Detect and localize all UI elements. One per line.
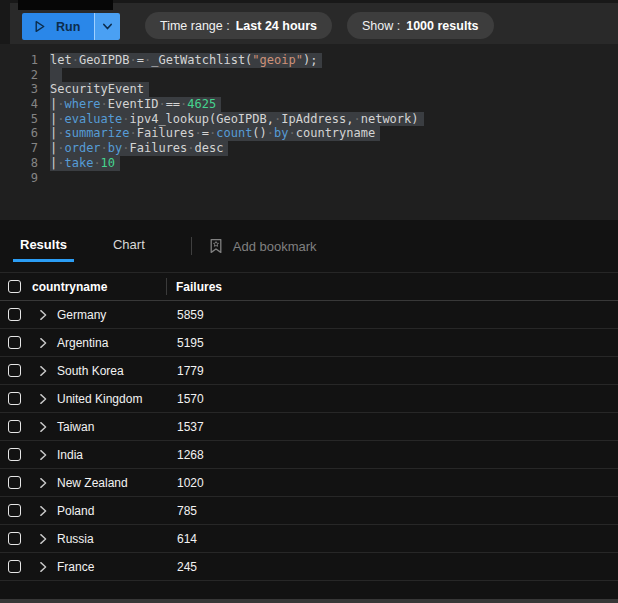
code-token: order (64, 141, 100, 155)
table-row[interactable]: India1268 (0, 441, 618, 469)
table-row[interactable]: Taiwan1537 (0, 413, 618, 441)
whitespace-dot: · (158, 97, 165, 111)
code-text: |·order·by·Failures·desc (50, 141, 228, 156)
code-line-3: 3SecurityEvent (0, 82, 618, 97)
code-token: _GetWatchlist( (151, 53, 252, 67)
column-divider[interactable] (166, 278, 167, 295)
code-token: SecurityEvent (50, 82, 144, 96)
row-checkbox[interactable] (8, 336, 21, 349)
cell-countryname: New Zealand (57, 476, 177, 490)
cell-countryname: Germany (57, 308, 177, 322)
table-row[interactable]: New Zealand1020 (0, 469, 618, 497)
whitespace-dot: · (72, 53, 79, 67)
row-expand-chevron[interactable] (36, 504, 50, 518)
code-text: SecurityEvent (50, 82, 149, 97)
row-expand-chevron[interactable] (36, 336, 50, 350)
cell-countryname: South Korea (57, 364, 177, 378)
row-checkbox[interactable] (8, 448, 21, 461)
selection-highlight (50, 68, 62, 83)
chevron-right-icon (36, 504, 50, 518)
add-bookmark-button[interactable]: Add bookmark (208, 238, 317, 254)
tab-divider (191, 237, 192, 255)
whitespace-dot: · (122, 141, 129, 155)
row-checkbox[interactable] (8, 476, 21, 489)
chevron-right-icon (36, 532, 50, 546)
tab-results[interactable]: Results (20, 231, 67, 262)
row-checkbox[interactable] (8, 420, 21, 433)
run-dropdown-button[interactable] (95, 13, 120, 40)
code-text (50, 68, 62, 83)
row-expand-chevron[interactable] (36, 560, 50, 574)
bottom-bar (0, 599, 618, 603)
code-token: where (64, 97, 100, 111)
whitespace-dot: · (130, 53, 137, 67)
code-token: count (216, 126, 252, 140)
table-row[interactable]: Russia614 (0, 525, 618, 553)
code-token: = (202, 126, 209, 140)
cell-countryname: Argentina (57, 336, 177, 350)
run-button[interactable]: Run (22, 13, 120, 40)
query-editor[interactable]: 1let·GeoIPDB·=·_GetWatchlist("geoip");2 … (0, 44, 618, 220)
code-token: evaluate (64, 112, 122, 126)
row-expand-chevron[interactable] (36, 476, 50, 490)
chevron-right-icon (36, 392, 50, 406)
line-number: 8 (0, 156, 38, 171)
selection-highlight: |·where·EventID·==·4625 (50, 97, 221, 112)
cell-failures: 1268 (177, 448, 204, 462)
show-results-chip[interactable]: Show : 1000 results (347, 12, 494, 39)
row-expand-chevron[interactable] (36, 308, 50, 322)
row-checkbox[interactable] (8, 532, 21, 545)
row-checkbox[interactable] (8, 560, 21, 573)
code-token: Failures (137, 126, 195, 140)
table-row[interactable]: Poland785 (0, 497, 618, 525)
whitespace-dot: · (101, 141, 108, 155)
column-header-countryname[interactable]: countryname (32, 280, 159, 294)
code-token: = (137, 53, 144, 67)
code-line-8: 8|·take·10 (0, 156, 618, 171)
row-checkbox[interactable] (8, 392, 21, 405)
chevron-right-icon (36, 336, 50, 350)
row-checkbox[interactable] (8, 364, 21, 377)
row-checkbox[interactable] (8, 308, 21, 321)
chevron-right-icon (36, 420, 50, 434)
cell-failures: 614 (177, 532, 197, 546)
table-row[interactable]: South Korea1779 (0, 357, 618, 385)
cell-failures: 5195 (177, 336, 204, 350)
whitespace-dot: · (289, 126, 296, 140)
code-token: take (64, 156, 93, 170)
line-number: 7 (0, 141, 38, 156)
table-row[interactable]: Argentina5195 (0, 329, 618, 357)
cell-countryname: India (57, 448, 177, 462)
whitespace-dot: · (130, 126, 137, 140)
chevron-down-icon (101, 20, 114, 33)
line-number: 9 (0, 171, 38, 186)
cell-failures: 1570 (177, 392, 204, 406)
tabs-host: ResultsChart (20, 231, 191, 262)
table-row[interactable]: France245 (0, 553, 618, 581)
code-token: let (50, 53, 72, 67)
row-expand-chevron[interactable] (36, 448, 50, 462)
cell-countryname: Russia (57, 532, 177, 546)
add-bookmark-label: Add bookmark (233, 239, 317, 254)
row-expand-chevron[interactable] (36, 364, 50, 378)
code-token: == (166, 97, 180, 111)
select-all-checkbox[interactable] (8, 280, 21, 293)
code-lines: 1let·GeoIPDB·=·_GetWatchlist("geoip");2 … (0, 53, 618, 185)
code-line-7: 7|·order·by·Failures·desc (0, 141, 618, 156)
run-button-main[interactable]: Run (22, 13, 94, 40)
row-expand-chevron[interactable] (36, 532, 50, 546)
cell-countryname: France (57, 560, 177, 574)
row-checkbox[interactable] (8, 504, 21, 517)
row-expand-chevron[interactable] (36, 420, 50, 434)
time-range-label: Time range : (160, 19, 230, 33)
tab-chart[interactable]: Chart (113, 231, 145, 262)
whitespace-dot: · (93, 156, 100, 170)
code-token: 10 (101, 156, 115, 170)
code-token: Failures (130, 141, 188, 155)
column-header-failures[interactable]: Failures (176, 280, 222, 294)
table-row[interactable]: Germany5859 (0, 301, 618, 329)
selection-highlight: let·GeoIPDB·=·_GetWatchlist("geoip"); (50, 53, 322, 68)
table-row[interactable]: United Kingdom1570 (0, 385, 618, 413)
row-expand-chevron[interactable] (36, 392, 50, 406)
time-range-chip[interactable]: Time range : Last 24 hours (145, 12, 332, 39)
